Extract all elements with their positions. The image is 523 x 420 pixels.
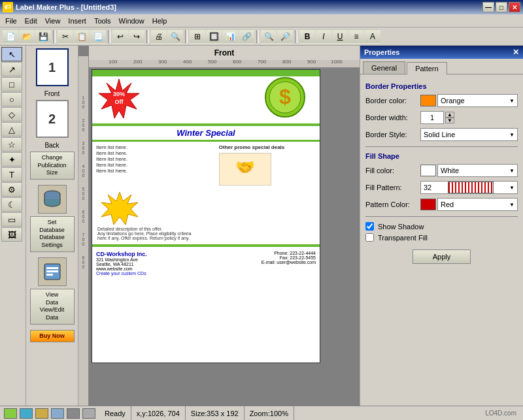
svg-text:30%: 30%: [113, 91, 125, 97]
border-style-value: Solid Line: [424, 131, 455, 138]
panel-tabs: General Pattern: [360, 59, 523, 74]
database-icon: [38, 185, 67, 214]
panel-title-bar: Properties ✕: [360, 46, 523, 59]
pattern-color-dropdown[interactable]: Red ▼: [437, 198, 518, 211]
italic-button[interactable]: I: [316, 29, 331, 44]
svg-rect-3: [46, 270, 58, 272]
star-tool[interactable]: ☆: [1, 137, 22, 152]
undo-button[interactable]: ↩: [112, 29, 128, 44]
select-tool[interactable]: ↖: [1, 47, 22, 61]
maximize-button[interactable]: □: [496, 2, 507, 12]
document-canvas[interactable]: 30% Off $ Winter Special: [92, 69, 320, 363]
border-color-value: Orange: [441, 97, 465, 105]
view-data-button[interactable]: ViewDataView/EditData: [30, 289, 75, 325]
open-button[interactable]: 📂: [19, 29, 35, 44]
status-icon-2: [20, 408, 33, 419]
border-style-label: Border Style:: [365, 131, 418, 138]
window-title: Label Maker Plus - [Untitled3]: [16, 3, 482, 11]
change-size-button[interactable]: ChangePublicationSize: [30, 152, 75, 180]
redo-button[interactable]: ↪: [129, 29, 144, 44]
border-color-swatch[interactable]: [420, 95, 436, 106]
status-zoom: Zoom:100%: [245, 406, 294, 420]
tab-pattern[interactable]: Pattern: [407, 62, 447, 74]
arc-tool[interactable]: ☾: [1, 197, 22, 212]
new-button[interactable]: 📄: [3, 29, 18, 44]
sep6: [295, 30, 297, 43]
fill-color-swatch[interactable]: [420, 165, 436, 176]
starburst-element[interactable]: 30% Off: [99, 78, 139, 120]
minimize-button[interactable]: —: [482, 2, 494, 12]
zoom-in-button[interactable]: 🔍: [261, 29, 277, 44]
label-content: 30% Off $ Winter Special: [92, 70, 320, 363]
menu-insert[interactable]: Insert: [64, 16, 90, 26]
triangle-tool[interactable]: △: [1, 122, 22, 137]
arrow-tool[interactable]: ↗: [1, 62, 22, 76]
insert-chart-button[interactable]: 📊: [222, 29, 238, 44]
status-icon-1: [4, 408, 17, 419]
color-button[interactable]: A: [365, 29, 380, 44]
line-tool[interactable]: ▭: [1, 212, 22, 227]
menu-window[interactable]: Window: [115, 16, 148, 26]
insert-link-button[interactable]: 🔗: [239, 29, 254, 44]
fill-color-control: White ▼: [420, 164, 518, 177]
insert-table-button[interactable]: ⊞: [190, 29, 205, 44]
save-button[interactable]: 💾: [35, 29, 51, 44]
border-style-row: Border Style: Solid Line ▼: [365, 128, 518, 141]
panel-close-button[interactable]: ✕: [513, 48, 519, 57]
insert-image-button[interactable]: 🔲: [206, 29, 222, 44]
tab-general[interactable]: General: [363, 61, 405, 74]
print-button[interactable]: 🖨: [151, 29, 167, 44]
show-shadow-checkbox[interactable]: [365, 222, 374, 231]
menu-edit[interactable]: Edit: [21, 16, 41, 26]
border-width-up[interactable]: ▲: [445, 112, 454, 118]
border-color-dropdown[interactable]: Orange ▼: [437, 94, 518, 107]
pattern-color-swatch[interactable]: [420, 199, 436, 210]
preview-button[interactable]: 🔍: [167, 29, 183, 44]
menu-tools[interactable]: Tools: [90, 16, 115, 26]
image-tool[interactable]: 🖼: [1, 227, 22, 242]
panel-title: Properties: [364, 48, 399, 56]
border-width-input[interactable]: 1: [420, 111, 444, 124]
svg-rect-4: [46, 274, 53, 276]
fill-pattern-control: 32 ▼: [420, 181, 518, 194]
settings-tool[interactable]: ⚙: [1, 182, 22, 197]
ellipse-tool[interactable]: ○: [1, 92, 22, 106]
close-button[interactable]: ✕: [509, 2, 520, 12]
border-style-dropdown[interactable]: Solid Line ▼: [420, 128, 518, 141]
text-tool[interactable]: T: [1, 167, 22, 182]
dollar-circle-element[interactable]: $: [264, 76, 307, 120]
underline-button[interactable]: U: [332, 29, 348, 44]
sep2: [108, 30, 110, 43]
toolbar-edit-group: ✂ 📋 📃: [58, 29, 106, 44]
apply-button[interactable]: Apply: [413, 250, 471, 264]
database-settings-button[interactable]: SetDatabaseDatabaseSettings: [30, 216, 75, 252]
copy-button[interactable]: 📋: [74, 29, 90, 44]
rectangle-tool[interactable]: □: [1, 77, 22, 91]
watermark: LO4D.com: [485, 410, 519, 417]
pattern-color-row: Pattern Color: Red ▼: [365, 198, 518, 211]
section-divider: [365, 146, 518, 147]
zoom-out-button[interactable]: 🔎: [277, 29, 293, 44]
fill-pattern-dropdown[interactable]: 32 ▼: [420, 181, 518, 194]
status-ready: Ready: [99, 406, 131, 420]
page-1-button[interactable]: 1: [36, 48, 69, 86]
menu-file[interactable]: File: [1, 16, 21, 26]
buy-now-button[interactable]: Buy Now: [30, 330, 75, 343]
paste-button[interactable]: 📃: [90, 29, 106, 44]
menu-help[interactable]: Help: [148, 16, 171, 26]
border-color-row: Border color: Orange ▼: [365, 94, 518, 107]
border-style-arrow: ▼: [509, 132, 515, 138]
diamond-tool[interactable]: ◇: [1, 107, 22, 121]
align-button[interactable]: ≡: [348, 29, 364, 44]
border-width-down[interactable]: ▼: [445, 118, 454, 123]
page-2-button[interactable]: 2: [36, 100, 69, 138]
transparent-fill-checkbox[interactable]: [365, 233, 374, 242]
fill-pattern-row: Fill Pattern: 32 ▼: [365, 181, 518, 194]
bold-button[interactable]: B: [299, 29, 315, 44]
fill-color-dropdown[interactable]: White ▼: [437, 164, 518, 177]
shape-tool[interactable]: ✦: [1, 152, 22, 167]
sep3: [146, 30, 149, 43]
page-2-label: Back: [44, 142, 59, 149]
cut-button[interactable]: ✂: [58, 29, 73, 44]
menu-view[interactable]: View: [41, 16, 65, 26]
